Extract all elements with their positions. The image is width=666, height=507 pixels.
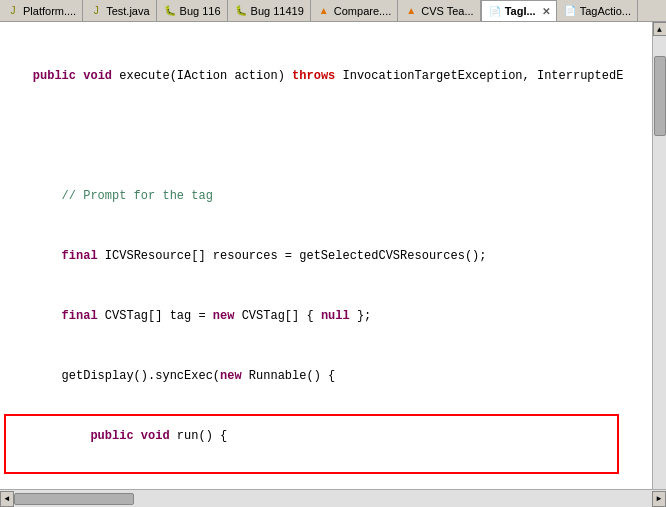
code-area[interactable]: public void execute(IAction action) thro…	[0, 22, 652, 489]
tagi-close-button[interactable]: ✕	[542, 6, 550, 17]
code-line-4: final ICVSResource[] resources = getSele…	[4, 249, 652, 264]
tab-cvstea[interactable]: ▲ CVS Tea...	[398, 0, 480, 22]
vertical-scrollbar[interactable]: ▲	[652, 22, 666, 489]
code-line-1: public void execute(IAction action) thro…	[4, 69, 652, 84]
scroll-track-h[interactable]	[14, 491, 652, 507]
tab-compare-label: Compare....	[334, 5, 391, 17]
tab-cvstea-label: CVS Tea...	[421, 5, 473, 17]
tab-compare[interactable]: ▲ Compare....	[311, 0, 398, 22]
code-line-7: public void run() {	[4, 429, 652, 444]
editor-container: public void execute(IAction action) thro…	[0, 22, 666, 489]
tagactio-icon: 📄	[563, 4, 577, 18]
scroll-left-button[interactable]: ◄	[0, 491, 14, 507]
scroll-right-button[interactable]: ►	[652, 491, 666, 507]
tab-platform-label: Platform....	[23, 5, 76, 17]
platform-icon: J	[6, 4, 20, 18]
tab-bar: J Platform.... J Test.java 🐛 Bug 116 🐛 B…	[0, 0, 666, 22]
tab-bug11419[interactable]: 🐛 Bug 11419	[228, 0, 311, 22]
bug116-icon: 🐛	[163, 4, 177, 18]
code-line-2	[4, 129, 652, 144]
scroll-thumb-v[interactable]	[654, 56, 666, 136]
bug11419-icon: 🐛	[234, 4, 248, 18]
tab-tagi[interactable]: 📄 TagI... ✕	[481, 0, 557, 22]
code-line-3: // Prompt for the tag	[4, 189, 652, 204]
tab-tagi-label: TagI...	[505, 5, 536, 17]
tab-bug11419-label: Bug 11419	[251, 5, 304, 17]
horizontal-scrollbar[interactable]: ◄ ►	[0, 489, 666, 507]
scroll-up-button[interactable]: ▲	[653, 22, 667, 36]
tagi-icon: 📄	[488, 4, 502, 18]
code-line-6: getDisplay().syncExec(new Runnable() {	[4, 369, 652, 384]
code-line-5: final CVSTag[] tag = new CVSTag[] { null…	[4, 309, 652, 324]
tab-testjava[interactable]: J Test.java	[83, 0, 156, 22]
tab-bug116-label: Bug 116	[180, 5, 221, 17]
tab-tagactio[interactable]: 📄 TagActio...	[557, 0, 638, 22]
tab-bug116[interactable]: 🐛 Bug 116	[157, 0, 228, 22]
tab-platform[interactable]: J Platform....	[0, 0, 83, 22]
cvstea-icon: ▲	[404, 4, 418, 18]
testjava-icon: J	[89, 4, 103, 18]
code-content: public void execute(IAction action) thro…	[0, 24, 652, 489]
tab-tagactio-label: TagActio...	[580, 5, 631, 17]
scroll-thumb-h[interactable]	[14, 493, 134, 505]
compare-icon: ▲	[317, 4, 331, 18]
tab-testjava-label: Test.java	[106, 5, 149, 17]
